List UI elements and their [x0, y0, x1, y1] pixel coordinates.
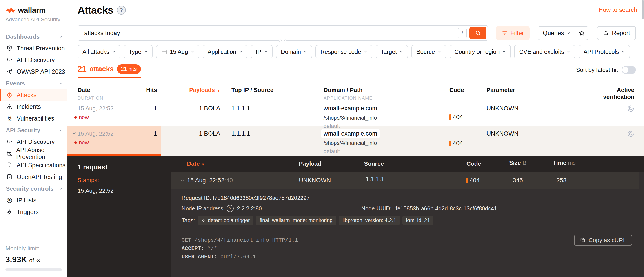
- column-header-parameter[interactable]: Parameter: [486, 87, 539, 101]
- filter-chip-application[interactable]: Application: [203, 45, 248, 59]
- tag-final-wallarm-mode[interactable]: final_wallarm_mode: monitoring: [256, 216, 336, 225]
- chevron-down-icon: [264, 50, 268, 54]
- monthly-limit-used: 3.93K: [6, 255, 27, 264]
- filter-chip-cve[interactable]: CVE and exploits: [514, 45, 575, 59]
- filter-chip-target[interactable]: Target: [376, 45, 408, 59]
- search-input[interactable]: [78, 26, 458, 41]
- report-button[interactable]: Report: [597, 26, 636, 40]
- attack-application: default: [324, 148, 450, 154]
- sort-block: Sort by latest hit: [576, 66, 636, 74]
- help-icon[interactable]: ?: [226, 205, 234, 212]
- column-header-payload[interactable]: Payload: [299, 160, 364, 167]
- column-header-active-verification: Active verification: [539, 87, 644, 101]
- sidebar-item-openapi-testing[interactable]: OpenAPI Testing: [0, 171, 67, 183]
- chevron-down-icon[interactable]: [72, 131, 77, 136]
- http-request-line: GET /shops/4/financial_info HTTP/1.1: [182, 236, 632, 244]
- filter-chip-domain[interactable]: Domain: [276, 45, 312, 59]
- sidebar-section-security-controls[interactable]: Security controls: [0, 183, 67, 194]
- search-resize-handle[interactable]: [279, 39, 287, 42]
- svg-text:IP: IP: [8, 199, 10, 202]
- filter-chip-ip[interactable]: IP: [251, 45, 272, 59]
- favorite-star-button[interactable]: [576, 26, 588, 40]
- brand-name: wallarm: [18, 6, 46, 15]
- sidebar-section-api-security[interactable]: API Security: [0, 124, 67, 136]
- column-header-domain[interactable]: Domain / Path: [324, 87, 450, 94]
- copy-as-curl-button[interactable]: Copy as cURL: [574, 235, 632, 245]
- search-icon: [475, 30, 481, 36]
- sidebar-item-api-specifications[interactable]: API Specifications: [0, 159, 67, 171]
- attack-domain[interactable]: wmall-example.com: [324, 105, 450, 112]
- how-to-search-link[interactable]: How to search: [598, 7, 637, 14]
- sidebar-item-attacks[interactable]: Attacks: [0, 89, 67, 101]
- attack-row-1[interactable]: 15 Aug, 22:52 now 1 1 BOLA 1.1.1.1 wmall…: [68, 101, 644, 126]
- column-header-date[interactable]: Date▼: [171, 160, 299, 167]
- stamps-value: 15 Aug, 22:52: [78, 187, 171, 194]
- attack-payloads: 1 BOLA: [161, 126, 225, 156]
- braces-check-icon: [6, 138, 13, 145]
- queries-button[interactable]: Queries: [538, 26, 576, 40]
- sidebar-item-vulnerabilities[interactable]: ☣ Vulnerabilities: [0, 113, 67, 124]
- request-id-label: Request ID:: [182, 195, 211, 201]
- tag-detect-bola-trigger[interactable]: detect-bola-trigger: [198, 216, 254, 225]
- sidebar-item-incidents[interactable]: Incidents: [0, 101, 67, 113]
- sidebar-item-owasp-api-2023[interactable]: OWASP API 2023: [0, 66, 67, 78]
- attack-domain[interactable]: wmall-example.com: [321, 129, 380, 138]
- attack-hits: 1: [154, 130, 157, 154]
- attack-row-2-expanded[interactable]: 15 Aug, 22:52 now 1 1 BOLA 1.1.1.1 wmall…: [68, 126, 644, 156]
- monthly-limit: Monthly limit: 3.93K of ∞: [6, 245, 62, 271]
- request-source[interactable]: 1.1.1.1: [366, 176, 384, 185]
- topbar: Attacks ? How to search: [68, 0, 644, 20]
- code-status-bar: [450, 141, 451, 146]
- column-header-code[interactable]: Code: [458, 160, 503, 167]
- vertical-scrollbar[interactable]: [642, 0, 644, 19]
- column-header-code[interactable]: Code: [450, 87, 486, 101]
- requests-table-header: Date▼ Payload Source Code Size B Time ms: [171, 156, 644, 172]
- column-header-source[interactable]: Source: [364, 160, 458, 167]
- chevron-down-icon: [622, 50, 625, 54]
- verification-spinner-icon: [627, 105, 634, 112]
- braces-check-icon: [6, 57, 13, 64]
- http-request-block: GET /shops/4/financial_info HTTP/1.1 ACC…: [182, 231, 632, 261]
- search-box: /: [78, 25, 488, 41]
- http-header-accept: ACCEPT: */*: [182, 244, 632, 253]
- request-row[interactable]: 15 Aug, 22:52:40 UNKNOWN 1.1.1.1 404 345…: [171, 172, 639, 189]
- sort-toggle[interactable]: [622, 66, 636, 74]
- chevron-down-icon: [144, 50, 148, 54]
- sidebar-item-api-abuse-prevention[interactable]: API Abuse Prevention: [0, 148, 67, 159]
- warning-triangle-icon: [6, 103, 13, 110]
- column-header-size[interactable]: Size B: [503, 159, 546, 168]
- tag-lom-id[interactable]: lom_id: 21: [402, 216, 434, 225]
- filter-chip-type[interactable]: Type: [124, 45, 152, 59]
- export-icon: [603, 30, 609, 36]
- sidebar-section-events[interactable]: Events: [0, 78, 67, 89]
- slash-shortcut-key: /: [458, 28, 467, 39]
- filter-chip-api-protocols[interactable]: API Protocols: [578, 45, 630, 59]
- sidebar-item-ip-lists[interactable]: IP IP Lists: [0, 194, 67, 206]
- filter-chip-response-code[interactable]: Response code: [316, 45, 372, 59]
- filter-chip-country[interactable]: Country or region: [450, 45, 511, 59]
- column-header-date[interactable]: Date: [78, 87, 103, 94]
- lightning-icon: [201, 218, 206, 223]
- sidebar-item-triggers[interactable]: Triggers: [0, 206, 67, 218]
- live-dot-icon: [74, 141, 77, 144]
- sidebar-item-api-discovery[interactable]: API Discovery: [0, 54, 67, 66]
- filter-chip-source[interactable]: Source: [412, 45, 446, 59]
- attack-top-ip: 1.1.1.1: [225, 101, 324, 129]
- sidebar-item-api-discovery-2[interactable]: API Discovery: [0, 136, 67, 148]
- filter-chip-date[interactable]: 15 Aug: [156, 45, 199, 59]
- column-header-hits[interactable]: Hits: [146, 87, 157, 95]
- filter-button[interactable]: Filter: [496, 26, 530, 40]
- sidebar-section-dashboards[interactable]: Dashboards: [0, 31, 67, 43]
- chevron-down-icon[interactable]: [180, 178, 185, 183]
- sidebar-item-threat-prevention[interactable]: Threat Prevention: [0, 43, 67, 54]
- filter-chip-all-attacks[interactable]: All attacks: [78, 45, 120, 59]
- column-header-payloads[interactable]: Payloads▼: [161, 87, 225, 101]
- attack-duration: now: [79, 139, 89, 146]
- tag-libproton-version[interactable]: libproton_version: 4.2.1: [339, 216, 400, 225]
- attack-payloads: 1 BOLA: [161, 101, 225, 129]
- column-header-time[interactable]: Time ms: [546, 159, 644, 168]
- help-icon[interactable]: ?: [117, 6, 126, 15]
- search-button[interactable]: [470, 27, 486, 39]
- attack-count-tab[interactable]: 21 attacks 21 hits: [78, 64, 141, 79]
- column-header-top-ip[interactable]: Top IP / Source: [225, 87, 324, 101]
